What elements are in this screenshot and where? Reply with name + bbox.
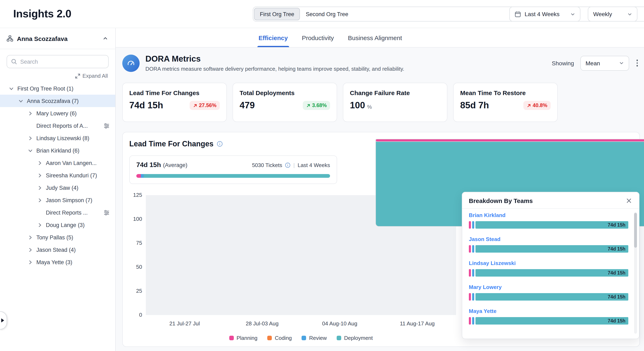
metric-unit: % bbox=[367, 104, 372, 110]
tree-item-label: Direct Reports of A... bbox=[36, 123, 88, 129]
dora-description: DORA metrics measure software delivery p… bbox=[146, 66, 404, 72]
info-icon[interactable] bbox=[285, 162, 290, 168]
bar-segment-deployment: 74d 15h bbox=[476, 317, 628, 324]
dora-menu-button[interactable] bbox=[635, 59, 639, 68]
metric-value: 85d 7h bbox=[460, 100, 489, 111]
tree-item-direct-reports-of-a[interactable]: Direct Reports of A... bbox=[0, 120, 115, 132]
legend-item-planning: Planning bbox=[229, 335, 257, 341]
tab-efficiency[interactable]: Efficiency bbox=[258, 28, 288, 47]
sidebar-header: Anna Scozzafava bbox=[0, 28, 115, 49]
info-icon[interactable] bbox=[217, 141, 222, 147]
sidebar-collapse-button[interactable] bbox=[103, 36, 108, 41]
delta-value: 40.8% bbox=[533, 103, 547, 108]
tree-item-label: Doug Lange (3) bbox=[46, 222, 85, 228]
sidebar-search bbox=[6, 55, 109, 68]
summary-stacked-bar bbox=[136, 174, 330, 178]
filter-sliders-icon[interactable] bbox=[104, 210, 110, 215]
breakdown-panel: Breakdown By Teams Brian Kirkland74d 15h… bbox=[462, 192, 640, 339]
metric-card-lead-time-for-changes: Lead Time For Changes74d 15h27.56% bbox=[122, 83, 227, 122]
tree-item-judy-saw-4[interactable]: Judy Saw (4) bbox=[0, 181, 115, 194]
summary-segment-planning bbox=[136, 174, 141, 178]
tab-productivity[interactable]: Productivity bbox=[302, 28, 334, 47]
metric-title: Change Failure Rate bbox=[350, 89, 440, 96]
close-icon[interactable] bbox=[626, 197, 632, 204]
tree-item-anna-scozzafava-7[interactable]: Anna Scozzafava (7) bbox=[0, 95, 115, 107]
tree-item-tony-pallas-5[interactable]: Tony Pallas (5) bbox=[0, 231, 115, 243]
metric-value: 74d 15h bbox=[129, 100, 163, 111]
chevron-down-icon bbox=[18, 99, 27, 103]
caret-right-icon bbox=[1, 318, 4, 322]
date-range-select[interactable]: Last 4 Weeks bbox=[509, 7, 580, 22]
legend-swatch bbox=[267, 336, 272, 340]
tab-business-alignment[interactable]: Business Alignment bbox=[348, 28, 402, 47]
team-link[interactable]: Mary Lowery bbox=[469, 284, 502, 290]
expand-all-button[interactable]: Expand All bbox=[8, 73, 108, 79]
tree-item-brian-kirkland-6[interactable]: Brian Kirkland (6) bbox=[0, 144, 115, 157]
team-link[interactable]: Maya Yette bbox=[469, 308, 496, 314]
org-tree-toggle-second-org-tree[interactable]: Second Org Tree bbox=[300, 8, 354, 20]
granularity-select[interactable]: Weekly bbox=[588, 7, 638, 22]
x-tick-label: 11 Aug-17 Aug bbox=[378, 320, 456, 327]
y-tick-label: 0 bbox=[139, 312, 142, 318]
y-tick-label: 75 bbox=[136, 240, 142, 246]
team-stacked-bar: 74d 15h bbox=[469, 221, 628, 229]
tree-item-sireesha-kunduri-7[interactable]: Sireesha Kunduri (7) bbox=[0, 169, 115, 181]
team-stacked-bar: 74d 15h bbox=[469, 293, 628, 300]
date-range-value: Last 4 Weeks bbox=[524, 11, 560, 17]
tree-item-label: Maya Yette (3) bbox=[36, 259, 72, 265]
team-link[interactable]: Brian Kirkland bbox=[469, 212, 506, 218]
aggregation-value: Mean bbox=[586, 60, 600, 66]
bar-segment-review bbox=[472, 221, 474, 229]
org-tree-toggle-first-org-tree[interactable]: First Org Tree bbox=[254, 8, 300, 20]
tree-item-lindsay-liszewski-8[interactable]: Lindsay Liszewski (8) bbox=[0, 132, 115, 144]
team-link[interactable]: Jason Stead bbox=[469, 236, 500, 242]
delta-value: 3.68% bbox=[312, 103, 327, 108]
insights-app: Insights 2.0 First Org TreeSecond Org Tr… bbox=[0, 0, 644, 351]
chevron-right-icon bbox=[28, 111, 36, 116]
team-link[interactable]: Lindsay Liszewski bbox=[469, 260, 516, 266]
dora-title: DORA Metrics bbox=[146, 54, 404, 64]
tree-item-mary-lowery-6[interactable]: Mary Lowery (6) bbox=[0, 107, 115, 120]
metric-cards: Lead Time For Changes74d 15h27.56%Total … bbox=[122, 83, 640, 122]
x-tick-label: 21 Jul-27 Jul bbox=[146, 320, 224, 327]
filter-sliders-icon[interactable] bbox=[104, 123, 110, 128]
breakdown-rows: Brian Kirkland74d 15hJason Stead74d 15hL… bbox=[462, 209, 639, 324]
summary-range: Last 4 Weeks bbox=[298, 162, 330, 168]
tree-item-maya-yette-3[interactable]: Maya Yette (3) bbox=[0, 256, 115, 268]
tree-item-label: Jason Simpson (7) bbox=[46, 197, 92, 203]
tree-item-jason-simpson-7[interactable]: Jason Simpson (7) bbox=[0, 194, 115, 206]
chevron-right-icon bbox=[28, 136, 36, 140]
dora-gauge-icon bbox=[122, 54, 140, 72]
delta-badge: 27.56% bbox=[190, 101, 220, 110]
calendar-icon bbox=[515, 11, 521, 17]
chevron-right-icon bbox=[38, 173, 46, 178]
tree-item-direct-reports[interactable]: Direct Reports ... bbox=[0, 206, 115, 219]
team-stacked-bar: 74d 15h bbox=[469, 245, 628, 253]
summary-segment-review bbox=[141, 174, 144, 178]
search-input[interactable] bbox=[20, 59, 104, 65]
metric-card-total-deployments: Total Deployments4793.68% bbox=[232, 83, 337, 122]
team-row-mary-lowery: Mary Lowery74d 15h bbox=[469, 283, 628, 300]
tree-item-label: Direct Reports ... bbox=[46, 209, 88, 216]
team-value: 74d 15h bbox=[608, 318, 626, 323]
scrollbar-thumb[interactable] bbox=[634, 213, 637, 248]
bar-segment-planning bbox=[469, 245, 471, 253]
tree-item-aaron-van-langen[interactable]: Aaron Van Langen... bbox=[0, 157, 115, 169]
chevron-down-icon bbox=[9, 86, 17, 91]
x-tick-label: 04 Aug-10 Aug bbox=[301, 320, 378, 327]
legend-label: Deployment bbox=[344, 335, 373, 341]
bar-segment-review bbox=[472, 269, 474, 277]
granularity-value: Weekly bbox=[593, 11, 612, 17]
dora-controls: Showing Mean bbox=[552, 56, 640, 71]
tree-item-label: Sireesha Kunduri (7) bbox=[46, 172, 97, 178]
tree-item-label: Brian Kirkland (6) bbox=[36, 147, 80, 154]
chevron-right-icon bbox=[38, 198, 46, 202]
aggregation-select[interactable]: Mean bbox=[580, 56, 629, 71]
legend-swatch bbox=[302, 336, 306, 340]
tree-item-jason-stead-4[interactable]: Jason Stead (4) bbox=[0, 243, 115, 256]
tree-item-label: Tony Pallas (5) bbox=[36, 234, 73, 240]
tree-item-first-org-tree-root-1[interactable]: First Org Tree Root (1) bbox=[0, 82, 115, 95]
bar-segment-planning bbox=[469, 317, 471, 324]
tree-item-doug-lange-3[interactable]: Doug Lange (3) bbox=[0, 219, 115, 231]
trend-up-icon bbox=[193, 103, 197, 108]
